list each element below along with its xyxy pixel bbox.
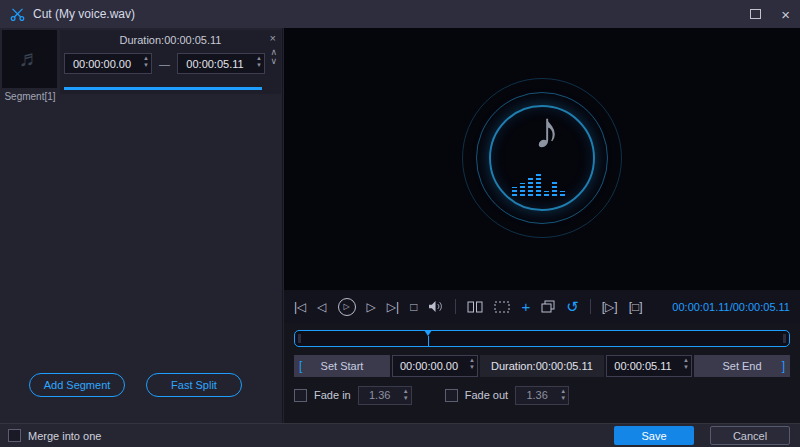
spinner-up-icon[interactable]: ▲ [683, 357, 689, 364]
add-split-icon[interactable]: + [521, 298, 530, 315]
preview-panel: ♪ |◁ ◁ ▷ ▷ ▷| □ + [284, 28, 800, 423]
end-bracket: ] [782, 359, 785, 373]
volume-icon[interactable] [428, 300, 444, 313]
skip-end-icon[interactable]: ▷| [387, 300, 399, 314]
add-segment-button[interactable]: Add Segment [29, 373, 125, 397]
spinner-down-icon[interactable]: ▼ [560, 395, 566, 402]
spinner-up-icon[interactable]: ▲ [256, 55, 262, 62]
timeline-slider[interactable] [294, 330, 790, 347]
close-icon[interactable]: × [781, 7, 790, 22]
selection-icon[interactable]: [□] [629, 300, 643, 314]
set-end-button[interactable]: Set End ] [694, 355, 790, 377]
fade-out-field: ▲ ▼ [515, 386, 569, 405]
move-segment-down-icon[interactable]: ∨ [270, 57, 277, 66]
segment-end-input[interactable] [178, 54, 264, 73]
toolbar-divider [455, 299, 456, 314]
fade-out-label: Fade out [465, 389, 508, 401]
equalizer-icon [512, 170, 565, 196]
playback-controls: |◁ ◁ ▷ ▷ ▷| □ + ↺ [▷] [□] 00:00:01 [284, 290, 800, 323]
remove-segment-icon[interactable]: × [270, 32, 276, 44]
merge-into-one-checkbox[interactable] [8, 429, 21, 442]
spinner-down-icon[interactable]: ▼ [403, 395, 409, 402]
set-start-button[interactable]: [ Set Start [294, 355, 390, 377]
segment-end-field: ▲ ▼ [177, 53, 265, 74]
play-icon: ▷ [344, 302, 350, 311]
segment-start-input[interactable] [65, 54, 151, 73]
timeline-marker[interactable] [424, 330, 432, 336]
window-title: Cut (My voice.wav) [33, 7, 135, 21]
segment-thumbnail[interactable]: ♬ [2, 30, 57, 88]
segment-range-bar [64, 87, 262, 90]
start-bracket: [ [299, 359, 302, 373]
spinner-down-icon[interactable]: ▼ [683, 364, 689, 371]
stop-button[interactable]: □ [410, 300, 417, 314]
timeline-right-handle[interactable] [783, 334, 786, 343]
music-note-icon: ♬ [19, 46, 41, 72]
maximize-button[interactable] [750, 9, 761, 19]
segment-start-field: ▲ ▼ [64, 53, 152, 74]
music-note-icon: ♪ [534, 100, 560, 160]
copy-icon[interactable] [541, 300, 555, 313]
set-start-label: Set Start [321, 360, 364, 372]
spinner-up-icon[interactable]: ▲ [403, 388, 409, 395]
trim-end-field: ▲ ▼ [606, 355, 692, 377]
step-forward-icon[interactable]: ▷ [367, 300, 376, 314]
segment-label: Segment[1] [0, 91, 60, 102]
play-button[interactable]: ▷ [338, 298, 356, 316]
skip-start-icon[interactable]: |◁ [294, 300, 306, 314]
spinner-up-icon[interactable]: ▲ [143, 55, 149, 62]
merge-into-one-label: Merge into one [28, 430, 101, 442]
titlebar: Cut (My voice.wav) × [0, 0, 800, 28]
trim-duration-label: Duration:00:00:05.11 [480, 355, 604, 377]
reset-icon[interactable]: ↺ [566, 298, 579, 316]
segment-duration-label: Duration:00:00:05.11 [60, 30, 281, 46]
step-back-icon[interactable]: ◁ [317, 300, 326, 314]
range-dash: — [159, 58, 170, 70]
cut-dialog-window: Cut (My voice.wav) × ♬ Segment[1] Durati… [0, 0, 800, 447]
fade-controls: Fade in ▲ ▼ Fade out ▲ ▼ [294, 385, 790, 405]
select-region-icon[interactable] [494, 301, 510, 313]
spinner-down-icon[interactable]: ▼ [469, 364, 475, 371]
playback-time: 00:00:01.11/00:00:05.11 [672, 301, 790, 313]
fade-in-label: Fade in [314, 389, 351, 401]
play-selection-icon[interactable]: [▷] [602, 300, 618, 314]
fast-split-button[interactable]: Fast Split [146, 373, 242, 397]
spinner-up-icon[interactable]: ▲ [469, 357, 475, 364]
fade-in-checkbox[interactable] [294, 389, 307, 402]
trim-end-input[interactable] [607, 356, 691, 376]
trim-start-field: ▲ ▼ [392, 355, 478, 377]
fade-out-checkbox[interactable] [445, 389, 458, 402]
segment-list-panel: ♬ Segment[1] Duration:00:00:05.11 × ∧ ∨ … [0, 28, 283, 423]
spinner-down-icon[interactable]: ▼ [143, 62, 149, 69]
spinner-up-icon[interactable]: ▲ [560, 388, 566, 395]
toolbar-divider [590, 299, 591, 314]
audio-artwork: ♪ [462, 78, 622, 238]
cancel-button[interactable]: Cancel [710, 426, 790, 445]
trim-start-input[interactable] [393, 356, 477, 376]
timeline-left-handle[interactable] [298, 334, 301, 343]
spinner-down-icon[interactable]: ▼ [256, 62, 262, 69]
video-preview-area: ♪ [284, 28, 800, 290]
fade-in-field: ▲ ▼ [358, 386, 412, 405]
trim-controls: [ Set Start ▲ ▼ Duration:00:00:05.11 ▲ ▼… [294, 355, 790, 377]
footer-bar: Merge into one Save Cancel [0, 423, 800, 447]
set-end-label: Set End [722, 360, 761, 372]
save-button[interactable]: Save [614, 426, 694, 445]
segment-editor-card: Duration:00:00:05.11 × ∧ ∨ ▲ ▼ — [60, 30, 281, 94]
scissors-icon [10, 8, 25, 21]
split-icon[interactable] [467, 301, 483, 313]
